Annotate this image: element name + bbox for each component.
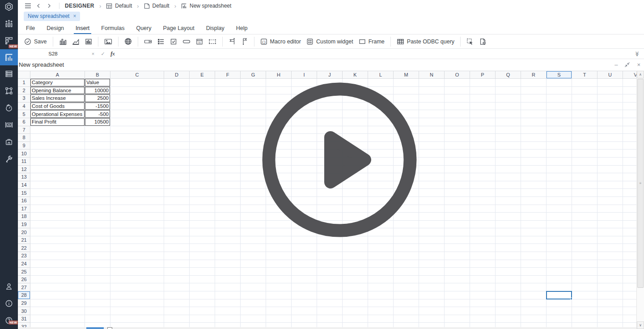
cell-B26[interactable] (85, 276, 110, 284)
cell-S3[interactable] (547, 94, 572, 103)
cell-S2[interactable] (547, 87, 572, 95)
cell-L26[interactable] (368, 276, 394, 284)
cell-F28[interactable] (215, 291, 241, 299)
cell-V22[interactable] (623, 244, 636, 252)
cell-O1[interactable] (445, 79, 470, 87)
insert-datepicker-button[interactable]: 31 (193, 37, 206, 47)
cell-B32[interactable] (85, 323, 110, 327)
cell-B15[interactable] (85, 189, 110, 197)
cell-S25[interactable] (547, 268, 572, 276)
cell-E16[interactable] (190, 197, 215, 205)
cell-F30[interactable] (215, 307, 241, 315)
cell-G32[interactable] (241, 323, 266, 327)
cell-T6[interactable] (572, 118, 597, 126)
cell-U25[interactable] (597, 268, 623, 276)
cell-V21[interactable] (623, 236, 636, 244)
cell-B18[interactable] (85, 213, 110, 221)
cell-O12[interactable] (445, 166, 470, 174)
menu-design[interactable]: Design (41, 22, 70, 34)
cell-R30[interactable] (521, 307, 547, 315)
cell-D5[interactable] (164, 110, 190, 118)
cell-M24[interactable] (394, 260, 419, 268)
cell-A24[interactable] (30, 260, 85, 268)
cell-U30[interactable] (597, 307, 623, 315)
cell-Q31[interactable] (496, 315, 521, 323)
cell-H30[interactable] (266, 307, 292, 315)
cell-A25[interactable] (30, 268, 85, 276)
cell-M23[interactable] (394, 252, 419, 260)
cell-T23[interactable] (572, 252, 597, 260)
cell-N3[interactable] (419, 94, 445, 103)
cell-A21[interactable] (30, 236, 85, 244)
cell-O21[interactable] (445, 236, 470, 244)
cell-Q23[interactable] (496, 252, 521, 260)
cell-T2[interactable] (572, 87, 597, 95)
cell-R24[interactable] (521, 260, 547, 268)
cell-E21[interactable] (190, 236, 215, 244)
cell-M29[interactable] (394, 299, 419, 308)
cell-G29[interactable] (241, 299, 266, 308)
cell-V26[interactable] (623, 276, 636, 284)
cell-E1[interactable] (190, 79, 215, 87)
row-header-3[interactable]: 3 (18, 94, 30, 103)
menu-display[interactable]: Display (200, 22, 230, 34)
cell-G22[interactable] (241, 244, 266, 252)
cell-D1[interactable] (164, 79, 190, 87)
cell-O8[interactable] (445, 134, 470, 142)
column-header-U[interactable]: U (597, 71, 623, 78)
cell-S28[interactable] (547, 291, 572, 299)
cell-O22[interactable] (445, 244, 470, 252)
cell-D26[interactable] (164, 276, 190, 284)
cell-D11[interactable] (164, 158, 190, 166)
scroll-up-icon[interactable]: ∧ (637, 71, 644, 78)
cell-O7[interactable] (445, 126, 470, 134)
column-header-A[interactable]: A (30, 71, 85, 78)
cell-R5[interactable] (521, 110, 547, 118)
cell-N5[interactable] (419, 110, 445, 118)
cell-Q25[interactable] (496, 268, 521, 276)
cell-V18[interactable] (623, 213, 636, 221)
cell-C24[interactable] (110, 260, 164, 268)
menu-formulas[interactable]: Formulas (95, 22, 130, 34)
cell-T7[interactable] (572, 126, 597, 134)
row-header-15[interactable]: 15 (18, 189, 30, 197)
cell-T25[interactable] (572, 268, 597, 276)
cell-T20[interactable] (572, 228, 597, 236)
cell-O32[interactable] (445, 323, 470, 327)
cell-Q30[interactable] (496, 307, 521, 315)
cell-N29[interactable] (419, 299, 445, 308)
cell-P30[interactable] (470, 307, 496, 315)
formula-input[interactable] (118, 49, 631, 59)
cell-C28[interactable] (110, 291, 164, 299)
cell-N10[interactable] (419, 150, 445, 158)
cell-R4[interactable] (521, 103, 547, 111)
column-header-P[interactable]: P (470, 71, 496, 78)
cell-I25[interactable] (292, 268, 317, 276)
cell-R2[interactable] (521, 87, 547, 95)
cell-N2[interactable] (419, 87, 445, 95)
cell-R25[interactable] (521, 268, 547, 276)
cell-U23[interactable] (597, 252, 623, 260)
cell-A4[interactable]: Cost of Goods (30, 103, 85, 111)
cell-V29[interactable] (623, 299, 636, 308)
cell-L25[interactable] (368, 268, 394, 276)
cell-F7[interactable] (215, 126, 241, 134)
cell-D18[interactable] (164, 213, 190, 221)
cell-D31[interactable] (164, 315, 190, 323)
cell-Q7[interactable] (496, 126, 521, 134)
cell-V11[interactable] (623, 158, 636, 166)
cell-O29[interactable] (445, 299, 470, 308)
tab-close-icon[interactable]: × (73, 13, 76, 19)
cell-U3[interactable] (597, 94, 623, 103)
cell-F23[interactable] (215, 252, 241, 260)
cell-S8[interactable] (547, 134, 572, 142)
cell-C2[interactable] (110, 87, 164, 95)
cell-J24[interactable] (317, 260, 343, 268)
row-header-6[interactable]: 6 (18, 118, 30, 126)
cell-U11[interactable] (597, 158, 623, 166)
cell-T21[interactable] (572, 236, 597, 244)
cell-O20[interactable] (445, 228, 470, 236)
cell-D30[interactable] (164, 307, 190, 315)
cell-V14[interactable] (623, 181, 636, 189)
row-header-7[interactable]: 7 (18, 126, 30, 134)
